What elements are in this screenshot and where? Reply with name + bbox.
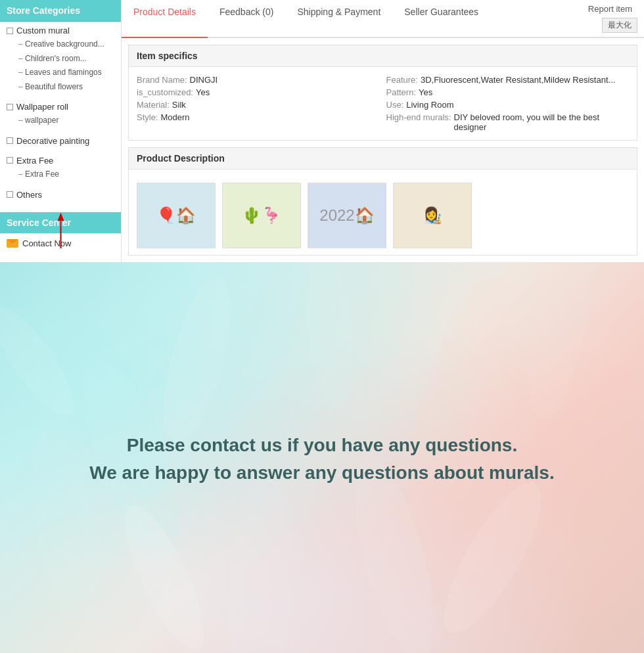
category-label-extra-fee: Extra Fee xyxy=(16,156,53,166)
square-icon-custom-mural xyxy=(7,28,13,34)
sidebar-category-main-wallpaper-roll[interactable]: Wallpaper roll xyxy=(7,102,114,112)
spec-value: Yes xyxy=(419,87,432,97)
svg-point-6 xyxy=(299,262,359,409)
spec-value: Modern xyxy=(161,112,190,122)
contact-text-box: Please contact us if you have any questi… xyxy=(63,405,580,513)
sidebar-category-main-decorative-painting[interactable]: Decorative painting xyxy=(7,136,114,146)
spec-label: Use: xyxy=(386,100,404,110)
spec-value: Silk xyxy=(172,100,186,110)
product-description-section: Product Description 🎈🏠🌵🦩2022🏠👩‍🎨 xyxy=(128,147,637,256)
spec-label: is_customized: xyxy=(137,87,193,97)
category-label-wallpaper-roll: Wallpaper roll xyxy=(16,102,68,112)
sidebar-category-wallpaper-roll: Wallpaper rollwallpaper xyxy=(0,98,121,132)
spec-row: Material:Silk xyxy=(137,99,380,111)
tab-seller-guarantees[interactable]: Seller Guarantees xyxy=(392,0,490,37)
spec-value: DINGJI xyxy=(190,75,218,85)
sidebar-category-others: Others xyxy=(0,186,121,206)
spec-label: Style: xyxy=(137,112,158,122)
spec-value: Living Room xyxy=(406,100,453,110)
spec-row: Style:Modern xyxy=(137,111,380,124)
tab-shipping-payment[interactable]: Shipping & Payment xyxy=(285,0,392,37)
product-images-row: 🎈🏠🌵🦩2022🏠👩‍🎨 xyxy=(129,169,637,255)
spec-row: Feature:3D,Fluorescent,Water Resistant,M… xyxy=(386,74,630,86)
square-icon-others xyxy=(7,191,13,198)
sidebar-sub-item[interactable]: Creative background... xyxy=(7,37,114,52)
category-label-decorative-painting: Decorative painting xyxy=(16,136,89,146)
tabs-container: Product DetailsFeedback (0)Shipping & Pa… xyxy=(122,0,580,37)
sidebar-category-extra-fee: Extra FeeExtra Fee xyxy=(0,152,121,186)
sidebar-categories: Custom muralCreative background...Childr… xyxy=(0,22,121,206)
specifics-grid: Brand Name:DINGJIis_customized:YesMateri… xyxy=(129,67,637,140)
tab-product-details[interactable]: Product Details xyxy=(122,0,208,38)
product-image-thumb-4[interactable]: 👩‍🎨 xyxy=(393,183,472,248)
sidebar-sub-item[interactable]: Children's room... xyxy=(7,52,114,66)
sidebar-category-custom-mural: Custom muralCreative background...Childr… xyxy=(0,22,121,98)
contact-line-1: Please contact us if you have any questi… xyxy=(89,432,554,459)
sidebar-category-main-extra-fee[interactable]: Extra Fee xyxy=(7,156,114,166)
spec-row: Brand Name:DINGJI xyxy=(137,74,380,86)
spec-row: Pattern:Yes xyxy=(386,86,630,99)
product-image-inner: 👩‍🎨 xyxy=(394,183,471,248)
product-image-thumb-1[interactable]: 🎈🏠 xyxy=(137,183,216,248)
spec-value: 3D,Fluorescent,Water Resistant,Mildew Re… xyxy=(421,75,615,85)
tab-feedback[interactable]: Feedback (0) xyxy=(208,0,285,37)
report-item-button[interactable]: Report item xyxy=(580,0,640,18)
category-label-custom-mural: Custom mural xyxy=(16,26,70,35)
product-image-inner: 🌵🦩 xyxy=(223,183,300,248)
spec-label: High-end murals: xyxy=(386,112,451,122)
item-specifics-header: Item specifics xyxy=(129,45,637,67)
svg-point-8 xyxy=(517,262,600,423)
spec-row: Use:Living Room xyxy=(386,99,630,111)
item-specifics-section: Item specifics Brand Name:DINGJIis_custo… xyxy=(128,45,637,141)
tabs-bar: Product DetailsFeedback (0)Shipping & Pa… xyxy=(122,0,644,38)
square-icon-wallpaper-roll xyxy=(7,104,13,110)
sidebar-sub-item[interactable]: Extra Fee xyxy=(7,168,114,182)
square-icon-extra-fee xyxy=(7,157,13,164)
service-center-wrapper: Service Center Contact Now xyxy=(0,212,121,254)
svg-marker-1 xyxy=(58,212,64,221)
spec-label: Pattern: xyxy=(386,87,417,97)
product-image-inner: 2022🏠 xyxy=(308,183,386,248)
spec-value: Yes xyxy=(196,87,210,97)
spec-label: Brand Name: xyxy=(137,75,187,85)
sidebar-sub-item[interactable]: Leaves and flamingos xyxy=(7,66,114,80)
spec-label: Feature: xyxy=(386,75,418,85)
sidebar-sub-item[interactable]: Beautiful flowers xyxy=(7,80,114,95)
feather-background-section: Please contact us if you have any questi… xyxy=(0,262,644,653)
envelope-icon xyxy=(7,239,18,248)
sidebar-category-main-custom-mural[interactable]: Custom mural xyxy=(7,26,114,35)
product-image-inner: 🎈🏠 xyxy=(137,183,215,248)
spec-label: Material: xyxy=(137,100,170,110)
sidebar-sub-item[interactable]: wallpaper xyxy=(7,114,114,128)
contact-line-2: We are happy to answer any questions abo… xyxy=(89,459,554,487)
spec-row: is_customized:Yes xyxy=(137,86,380,99)
maximize-button[interactable]: 最大化 xyxy=(602,18,637,33)
sidebar: Store Categories Custom muralCreative ba… xyxy=(0,0,122,262)
spec-value: DIY beloved room, you will be the best d… xyxy=(454,112,630,132)
square-icon-decorative-painting xyxy=(7,137,13,144)
page-container: Store Categories Custom muralCreative ba… xyxy=(0,0,644,262)
spec-row: High-end murals:DIY beloved room, you wi… xyxy=(386,111,630,133)
product-image-thumb-3[interactable]: 2022🏠 xyxy=(308,183,386,248)
right-specs: Feature:3D,Fluorescent,Water Resistant,M… xyxy=(386,74,630,133)
main-content: Product DetailsFeedback (0)Shipping & Pa… xyxy=(122,0,644,262)
product-description-header: Product Description xyxy=(129,148,637,169)
sidebar-category-decorative-painting: Decorative painting xyxy=(0,132,121,152)
store-categories-header: Store Categories xyxy=(0,0,121,22)
category-label-others: Others xyxy=(16,190,42,200)
product-image-thumb-2[interactable]: 🌵🦩 xyxy=(222,183,301,248)
left-specs: Brand Name:DINGJIis_customized:YesMateri… xyxy=(137,74,380,133)
arrow-annotation xyxy=(53,209,69,255)
sidebar-category-main-others[interactable]: Others xyxy=(7,190,114,200)
